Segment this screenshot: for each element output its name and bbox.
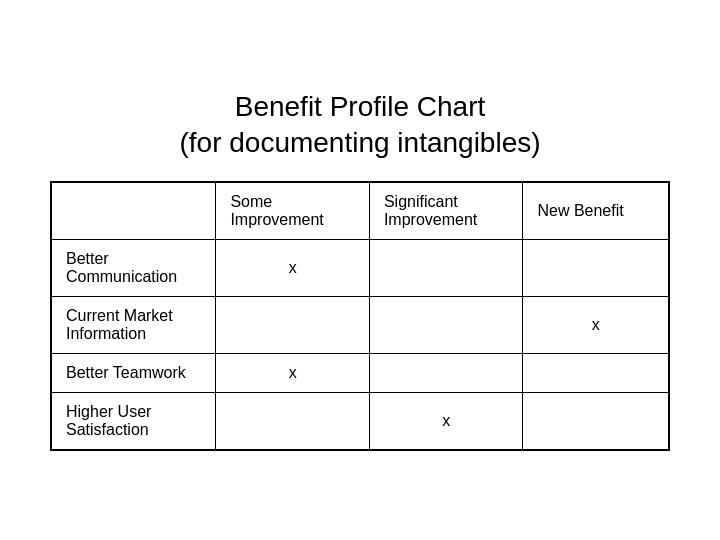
title-line2: (for documenting intangibles) (179, 127, 540, 158)
row-significant-improvement: x (369, 393, 523, 451)
row-some-improvement: x (216, 240, 370, 297)
table-row: Higher User Satisfactionx (51, 393, 669, 451)
table-row: Current Market Informationx (51, 297, 669, 354)
table-row: Better Teamworkx (51, 354, 669, 393)
header-category (51, 182, 216, 240)
table-row: Better Communicationx (51, 240, 669, 297)
header-significant-improvement: Significant Improvement (369, 182, 523, 240)
row-significant-improvement (369, 297, 523, 354)
title-line1: Benefit Profile Chart (235, 91, 486, 122)
row-label: Current Market Information (51, 297, 216, 354)
row-significant-improvement (369, 240, 523, 297)
row-label: Better Communication (51, 240, 216, 297)
table-body: Better CommunicationxCurrent Market Info… (51, 240, 669, 451)
header-some-improvement: Some Improvement (216, 182, 370, 240)
page-container: Benefit Profile Chart (for documenting i… (30, 69, 690, 472)
row-label: Higher User Satisfaction (51, 393, 216, 451)
row-new-benefit (523, 393, 669, 451)
row-some-improvement (216, 393, 370, 451)
row-new-benefit: x (523, 297, 669, 354)
row-new-benefit (523, 240, 669, 297)
row-new-benefit (523, 354, 669, 393)
row-label: Better Teamwork (51, 354, 216, 393)
row-some-improvement: x (216, 354, 370, 393)
row-significant-improvement (369, 354, 523, 393)
header-new-benefit: New Benefit (523, 182, 669, 240)
table-header-row: Some Improvement Significant Improvement… (51, 182, 669, 240)
row-some-improvement (216, 297, 370, 354)
benefit-profile-table: Some Improvement Significant Improvement… (50, 181, 670, 451)
page-title: Benefit Profile Chart (for documenting i… (50, 89, 670, 162)
